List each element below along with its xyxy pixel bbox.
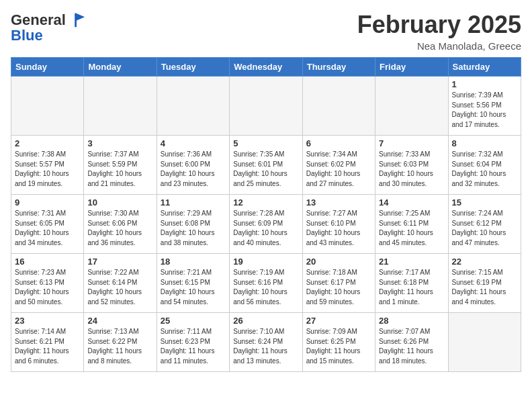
day-info-text: Sunrise: 7:22 AM Sunset: 6:14 PM Dayligh… (87, 268, 152, 307)
calendar-day-cell: 16Sunrise: 7:23 AM Sunset: 6:13 PM Dayli… (11, 254, 84, 313)
day-number: 17 (87, 257, 152, 267)
calendar-day-cell: 25Sunrise: 7:11 AM Sunset: 6:23 PM Dayli… (157, 313, 229, 372)
calendar-day-cell: 11Sunrise: 7:29 AM Sunset: 6:08 PM Dayli… (157, 195, 229, 254)
calendar-day-cell: 26Sunrise: 7:10 AM Sunset: 6:24 PM Dayli… (230, 313, 302, 372)
day-info-text: Sunrise: 7:35 AM Sunset: 6:01 PM Dayligh… (233, 150, 298, 189)
calendar-day-cell: 14Sunrise: 7:25 AM Sunset: 6:11 PM Dayli… (375, 195, 448, 254)
calendar-day-cell: 24Sunrise: 7:13 AM Sunset: 6:22 PM Dayli… (84, 313, 157, 372)
day-number: 26 (233, 316, 298, 326)
location-subtitle: Nea Manolada, Greece (357, 40, 521, 52)
calendar-day-cell: 21Sunrise: 7:17 AM Sunset: 6:18 PM Dayli… (375, 254, 448, 313)
logo-flag-icon (67, 11, 86, 30)
day-info-text: Sunrise: 7:14 AM Sunset: 6:21 PM Dayligh… (15, 327, 80, 366)
calendar-day-cell: 8Sunrise: 7:32 AM Sunset: 6:04 PM Daylig… (448, 136, 521, 195)
day-number: 22 (452, 257, 517, 267)
day-info-text: Sunrise: 7:32 AM Sunset: 6:04 PM Dayligh… (452, 150, 517, 189)
day-number: 1 (452, 79, 517, 89)
day-number: 11 (161, 197, 226, 208)
calendar-table: SundayMondayTuesdayWednesdayThursdayFrid… (11, 57, 521, 372)
day-number: 20 (306, 257, 371, 267)
calendar-day-cell: 17Sunrise: 7:22 AM Sunset: 6:14 PM Dayli… (84, 254, 157, 313)
day-number: 15 (452, 197, 517, 208)
calendar-day-cell: 7Sunrise: 7:33 AM Sunset: 6:03 PM Daylig… (375, 136, 448, 195)
calendar-day-cell: 22Sunrise: 7:15 AM Sunset: 6:19 PM Dayli… (448, 254, 521, 313)
calendar-day-cell: 10Sunrise: 7:30 AM Sunset: 6:06 PM Dayli… (84, 195, 157, 254)
calendar-day-cell: 15Sunrise: 7:24 AM Sunset: 6:12 PM Dayli… (448, 195, 521, 254)
day-info-text: Sunrise: 7:15 AM Sunset: 6:19 PM Dayligh… (452, 268, 517, 307)
day-number: 2 (15, 138, 80, 148)
calendar-header-row: SundayMondayTuesdayWednesdayThursdayFrid… (11, 58, 521, 77)
calendar-day-header: Thursday (302, 58, 375, 77)
page-header: General Blue February 2025 Nea Manolada,… (11, 11, 521, 52)
day-number: 21 (379, 257, 444, 267)
day-number: 5 (233, 138, 298, 148)
day-info-text: Sunrise: 7:31 AM Sunset: 6:05 PM Dayligh… (15, 209, 80, 248)
calendar-day-cell: 18Sunrise: 7:21 AM Sunset: 6:15 PM Dayli… (157, 254, 229, 313)
day-info-text: Sunrise: 7:33 AM Sunset: 6:03 PM Dayligh… (379, 150, 444, 189)
calendar-day-cell: 28Sunrise: 7:07 AM Sunset: 6:26 PM Dayli… (375, 313, 448, 372)
calendar-week-row: 1Sunrise: 7:39 AM Sunset: 5:56 PM Daylig… (11, 77, 521, 136)
day-info-text: Sunrise: 7:24 AM Sunset: 6:12 PM Dayligh… (452, 209, 517, 248)
day-number: 18 (161, 257, 226, 267)
calendar-day-cell: 4Sunrise: 7:36 AM Sunset: 6:00 PM Daylig… (157, 136, 229, 195)
calendar-day-cell (375, 77, 448, 136)
day-info-text: Sunrise: 7:21 AM Sunset: 6:15 PM Dayligh… (161, 268, 226, 307)
day-info-text: Sunrise: 7:11 AM Sunset: 6:23 PM Dayligh… (161, 327, 226, 366)
calendar-day-header: Wednesday (230, 58, 302, 77)
calendar-day-cell (84, 77, 157, 136)
day-info-text: Sunrise: 7:30 AM Sunset: 6:06 PM Dayligh… (87, 209, 152, 248)
calendar-day-cell (302, 77, 375, 136)
day-info-text: Sunrise: 7:27 AM Sunset: 6:10 PM Dayligh… (306, 209, 371, 248)
calendar-day-cell (230, 77, 302, 136)
calendar-day-cell (157, 77, 229, 136)
calendar-day-header: Sunday (11, 58, 84, 77)
day-info-text: Sunrise: 7:10 AM Sunset: 6:24 PM Dayligh… (233, 327, 298, 366)
calendar-week-row: 23Sunrise: 7:14 AM Sunset: 6:21 PM Dayli… (11, 313, 521, 372)
calendar-day-header: Friday (375, 58, 448, 77)
calendar-day-header: Tuesday (157, 58, 229, 77)
calendar-day-cell: 19Sunrise: 7:19 AM Sunset: 6:16 PM Dayli… (230, 254, 302, 313)
day-number: 3 (87, 138, 152, 148)
day-info-text: Sunrise: 7:37 AM Sunset: 5:59 PM Dayligh… (87, 150, 152, 189)
day-info-text: Sunrise: 7:09 AM Sunset: 6:25 PM Dayligh… (306, 327, 371, 366)
calendar-week-row: 2Sunrise: 7:38 AM Sunset: 5:57 PM Daylig… (11, 136, 521, 195)
calendar-day-cell: 20Sunrise: 7:18 AM Sunset: 6:17 PM Dayli… (302, 254, 375, 313)
day-number: 14 (379, 197, 444, 208)
day-info-text: Sunrise: 7:18 AM Sunset: 6:17 PM Dayligh… (306, 268, 371, 307)
calendar-week-row: 9Sunrise: 7:31 AM Sunset: 6:05 PM Daylig… (11, 195, 521, 254)
calendar-day-cell: 2Sunrise: 7:38 AM Sunset: 5:57 PM Daylig… (11, 136, 84, 195)
day-info-text: Sunrise: 7:34 AM Sunset: 6:02 PM Dayligh… (306, 150, 371, 189)
calendar-day-cell: 6Sunrise: 7:34 AM Sunset: 6:02 PM Daylig… (302, 136, 375, 195)
day-info-text: Sunrise: 7:23 AM Sunset: 6:13 PM Dayligh… (15, 268, 80, 307)
day-number: 28 (379, 316, 444, 326)
calendar-week-row: 16Sunrise: 7:23 AM Sunset: 6:13 PM Dayli… (11, 254, 521, 313)
day-info-text: Sunrise: 7:17 AM Sunset: 6:18 PM Dayligh… (379, 268, 444, 307)
calendar-day-cell (448, 313, 521, 372)
calendar-day-cell: 13Sunrise: 7:27 AM Sunset: 6:10 PM Dayli… (302, 195, 375, 254)
day-number: 23 (15, 316, 80, 326)
day-number: 16 (15, 257, 80, 267)
calendar-day-header: Saturday (448, 58, 521, 77)
svg-marker-0 (76, 13, 85, 21)
day-info-text: Sunrise: 7:13 AM Sunset: 6:22 PM Dayligh… (87, 327, 152, 366)
day-info-text: Sunrise: 7:07 AM Sunset: 6:26 PM Dayligh… (379, 327, 444, 366)
logo: General Blue (11, 11, 86, 44)
day-number: 7 (379, 138, 444, 148)
calendar-day-header: Monday (84, 58, 157, 77)
day-number: 19 (233, 257, 298, 267)
calendar-day-cell: 9Sunrise: 7:31 AM Sunset: 6:05 PM Daylig… (11, 195, 84, 254)
day-info-text: Sunrise: 7:36 AM Sunset: 6:00 PM Dayligh… (161, 150, 226, 189)
calendar-day-cell: 23Sunrise: 7:14 AM Sunset: 6:21 PM Dayli… (11, 313, 84, 372)
day-number: 9 (15, 197, 80, 208)
day-number: 25 (161, 316, 226, 326)
calendar-day-cell: 27Sunrise: 7:09 AM Sunset: 6:25 PM Dayli… (302, 313, 375, 372)
title-block: February 2025 Nea Manolada, Greece (357, 11, 521, 52)
day-info-text: Sunrise: 7:39 AM Sunset: 5:56 PM Dayligh… (452, 91, 517, 130)
day-number: 13 (306, 197, 371, 208)
calendar-day-cell: 3Sunrise: 7:37 AM Sunset: 5:59 PM Daylig… (84, 136, 157, 195)
day-number: 10 (87, 197, 152, 208)
day-number: 27 (306, 316, 371, 326)
day-number: 4 (161, 138, 226, 148)
day-number: 6 (306, 138, 371, 148)
day-info-text: Sunrise: 7:29 AM Sunset: 6:08 PM Dayligh… (161, 209, 226, 248)
